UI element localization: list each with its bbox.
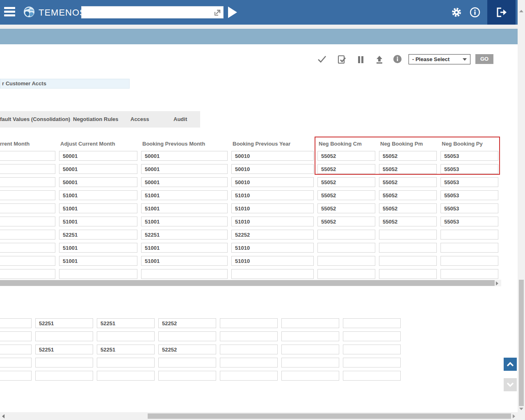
cell-input[interactable] <box>379 203 437 213</box>
cell-input[interactable] <box>59 203 137 213</box>
cell-input[interactable] <box>231 190 314 200</box>
table-hscroll-right-icon[interactable] <box>496 281 498 285</box>
cell-input[interactable] <box>220 345 278 354</box>
cell-input[interactable] <box>441 217 498 226</box>
gear-icon[interactable] <box>451 7 462 18</box>
launch-icon[interactable] <box>213 9 221 17</box>
logout-section[interactable] <box>487 0 516 25</box>
tab-default-values[interactable]: fault Values (Consolidation) <box>0 111 70 128</box>
table-hscrollbar-thumb[interactable] <box>0 280 495 286</box>
cell-input[interactable] <box>317 256 375 266</box>
commit-icon[interactable] <box>317 54 327 64</box>
hscroll-thumb[interactable] <box>148 413 511 419</box>
cell-input[interactable] <box>35 345 93 354</box>
cell-input[interactable] <box>0 151 55 161</box>
cell-input[interactable] <box>0 203 55 213</box>
cell-input[interactable] <box>158 358 216 368</box>
cell-input[interactable] <box>97 331 155 341</box>
cell-input[interactable] <box>220 318 278 328</box>
cell-input[interactable] <box>0 217 55 226</box>
cell-input[interactable] <box>59 269 137 279</box>
info-tool-icon[interactable] <box>393 55 403 64</box>
cell-input[interactable] <box>0 371 32 381</box>
cell-input[interactable] <box>35 318 93 328</box>
hscroll-right-icon[interactable] <box>513 414 515 418</box>
cell-input[interactable] <box>343 358 401 368</box>
cell-input[interactable] <box>59 243 137 253</box>
vscroll-down-icon[interactable] <box>519 408 523 410</box>
cell-input[interactable] <box>158 371 216 381</box>
cell-input[interactable] <box>231 269 314 279</box>
cell-input[interactable] <box>379 269 437 279</box>
cell-input[interactable] <box>441 177 498 187</box>
cell-input[interactable] <box>231 177 314 187</box>
cell-input[interactable] <box>379 230 437 240</box>
cell-input[interactable] <box>220 358 278 368</box>
cell-input[interactable] <box>343 318 401 328</box>
cell-input[interactable] <box>379 190 437 200</box>
cell-input[interactable] <box>441 230 498 240</box>
tab-negotiation-rules[interactable]: Negotiation Rules <box>73 111 119 128</box>
cell-input[interactable] <box>317 190 375 200</box>
cell-input[interactable] <box>0 318 32 328</box>
logout-icon[interactable] <box>496 7 508 19</box>
cell-input[interactable] <box>59 230 137 240</box>
run-icon[interactable] <box>228 7 237 18</box>
cell-input[interactable] <box>379 217 437 226</box>
cell-input[interactable] <box>97 345 155 354</box>
cell-input[interactable] <box>281 345 339 354</box>
go-button[interactable]: GO <box>475 54 493 64</box>
cell-input[interactable] <box>281 318 339 328</box>
tab-audit[interactable]: Audit <box>173 111 187 128</box>
cell-input[interactable] <box>0 230 55 240</box>
cell-input[interactable] <box>441 203 498 213</box>
cell-input[interactable] <box>231 243 314 253</box>
cell-input[interactable] <box>231 256 314 266</box>
scroll-to-bottom-button[interactable] <box>504 378 517 391</box>
cell-input[interactable] <box>0 164 55 174</box>
cell-input[interactable] <box>141 230 228 240</box>
cell-input[interactable] <box>343 345 401 354</box>
cell-input[interactable] <box>141 151 228 161</box>
cell-input[interactable] <box>59 177 137 187</box>
cell-input[interactable] <box>231 230 314 240</box>
cell-input[interactable] <box>281 358 339 368</box>
cell-input[interactable] <box>59 190 137 200</box>
vscroll-up-icon[interactable] <box>519 10 523 12</box>
cell-input[interactable] <box>317 203 375 213</box>
cell-input[interactable] <box>379 256 437 266</box>
cell-input[interactable] <box>441 151 498 161</box>
hscroll-left-icon[interactable] <box>2 414 5 418</box>
cell-input[interactable] <box>441 190 498 200</box>
menu-icon[interactable] <box>4 7 15 18</box>
cell-input[interactable] <box>141 177 228 187</box>
cell-input[interactable] <box>59 151 137 161</box>
cell-input[interactable] <box>379 151 437 161</box>
cell-input[interactable] <box>97 358 155 368</box>
cell-input[interactable] <box>158 345 216 354</box>
cell-input[interactable] <box>343 331 401 341</box>
cell-input[interactable] <box>441 164 498 174</box>
cell-input[interactable] <box>158 331 216 341</box>
cell-input[interactable] <box>97 371 155 381</box>
cell-input[interactable] <box>0 190 55 200</box>
vscroll-thumb[interactable] <box>519 280 524 406</box>
cell-input[interactable] <box>317 230 375 240</box>
window-hscrollbar[interactable] <box>0 412 518 420</box>
cell-input[interactable] <box>59 217 137 226</box>
cell-input[interactable] <box>441 256 498 266</box>
cell-input[interactable] <box>59 164 137 174</box>
cell-input[interactable] <box>379 164 437 174</box>
cell-input[interactable] <box>0 269 55 279</box>
cell-input[interactable] <box>231 164 314 174</box>
cell-input[interactable] <box>59 256 137 266</box>
cell-input[interactable] <box>317 151 375 161</box>
cell-input[interactable] <box>220 371 278 381</box>
cell-input[interactable] <box>317 243 375 253</box>
cell-input[interactable] <box>35 358 93 368</box>
info-icon[interactable] <box>470 7 480 18</box>
tab-access[interactable]: Access <box>130 111 149 128</box>
cell-input[interactable] <box>0 243 55 253</box>
cell-input[interactable] <box>0 256 55 266</box>
cell-input[interactable] <box>35 371 93 381</box>
